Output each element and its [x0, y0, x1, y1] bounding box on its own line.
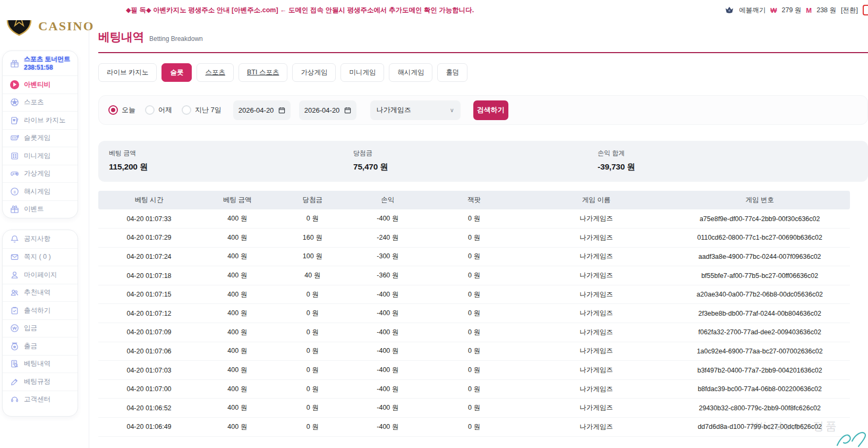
summary-label: 손익 합계: [598, 149, 857, 158]
cell-profit: -400 원: [350, 418, 426, 437]
sidebar-item-events[interactable]: 이벤트: [3, 200, 78, 218]
cell-profit: -400 원: [350, 285, 426, 304]
evolution-emblem-icon: [725, 6, 734, 14]
cell-time: 04-20 01:07:24: [98, 247, 200, 266]
col-bet-time: 베팅 시간: [98, 191, 200, 209]
sidebar-item-withdrawal[interactable]: 출금: [3, 337, 78, 355]
tab-mini-games[interactable]: 미니게임: [341, 63, 384, 82]
tab-virtual-games[interactable]: 가상게임: [292, 63, 336, 82]
cell-bet: 400 원: [200, 304, 275, 323]
tab-bti-sports[interactable]: BTI 스포츠: [239, 63, 287, 82]
gamepad-icon: [10, 169, 19, 179]
sidebar-item-sports-tournament[interactable]: 스포츠 토너먼트 238:51:58: [3, 51, 78, 75]
cell-jackpot: 0 원: [426, 304, 523, 323]
brand-line2: CASINO: [38, 20, 94, 32]
sidebar-games: 스포츠 토너먼트 238:51:58 아벤티비 스포츠 라이브 카지노 슬롯게임…: [2, 50, 78, 218]
sidebar-item-attendance[interactable]: 출석하기: [3, 301, 78, 319]
cell-profit: -400 원: [350, 399, 426, 418]
sidebar-label: 쪽지 ( 0 ): [24, 252, 51, 261]
sidebar-item-aventv[interactable]: 아벤티비: [3, 75, 78, 94]
cell-number: 2f3ebe8b-db00-77af-0244-00b804636c02: [669, 304, 850, 323]
tab-hash-games[interactable]: 해시게임: [389, 63, 432, 82]
sidebar-item-sports[interactable]: 스포츠: [3, 94, 78, 112]
sidebar-item-betting-history[interactable]: 베팅내역: [3, 355, 78, 373]
tab-sports[interactable]: 스포츠: [197, 63, 234, 82]
radio-yesterday[interactable]: 어제: [145, 105, 172, 115]
summary-value: 75,470 원: [353, 162, 598, 173]
provider-select[interactable]: 나가게임즈 ∨: [370, 100, 461, 120]
cutoff-button[interactable]: [863, 5, 868, 15]
col-game-name: 게임 이름: [523, 191, 669, 209]
sidebar-label: 추천내역: [24, 288, 50, 297]
sidebar-item-messages[interactable]: 쪽지 ( 0 ): [3, 248, 78, 266]
sidebar-item-customer-center[interactable]: 고객센터: [3, 391, 78, 409]
cell-bet: 400 원: [200, 418, 275, 437]
cell-profit: -400 원: [350, 342, 426, 361]
cell-bet: 400 원: [200, 399, 275, 418]
cell-game: 나가게임즈: [523, 266, 669, 285]
cell-time: 04-20 01:07:15: [98, 285, 200, 304]
convert-button[interactable]: [전환]: [841, 6, 858, 15]
sidebar-item-notices[interactable]: 공지사항: [3, 230, 78, 248]
m-symbol: M: [806, 6, 812, 14]
svg-text:8: 8: [13, 189, 15, 194]
col-bet-amount: 베팅 금액: [200, 191, 275, 209]
sidebar-item-mypage[interactable]: 마이페이지: [3, 266, 78, 284]
doc-search-icon: [10, 359, 19, 369]
tab-holdem[interactable]: 홀덤: [437, 63, 467, 82]
headset-icon: [10, 395, 19, 404]
cell-win: 0 원: [275, 399, 351, 418]
tab-live-casino[interactable]: 라이브 카지노: [98, 63, 157, 82]
calendar-icon[interactable]: [278, 107, 285, 114]
sidebar-label: 스포츠: [24, 98, 44, 107]
play-icon: [10, 80, 19, 89]
sidebar-item-deposit[interactable]: 입금: [3, 319, 78, 337]
cell-bet: 400 원: [200, 247, 275, 266]
cell-bet: 400 원: [200, 361, 275, 380]
sidebar-item-live-casino[interactable]: 라이브 카지노: [3, 111, 78, 129]
sidebar-item-mini-games[interactable]: 미니게임: [3, 147, 78, 165]
cell-win: 100 원: [275, 247, 351, 266]
cell-time: 04-20 01:07:33: [98, 209, 200, 229]
cell-game: 나가게임즈: [523, 323, 669, 342]
gift-icon: [10, 58, 19, 68]
calendar-icon[interactable]: [344, 107, 351, 114]
cell-bet: 400 원: [200, 209, 275, 229]
sidebar-label: 아벤티비: [24, 80, 50, 89]
cell-win: 0 원: [275, 304, 351, 323]
col-jackpot: 잭팟: [426, 191, 523, 209]
sidebar-label: 베팅내역: [24, 359, 50, 368]
bell-icon: [10, 234, 19, 244]
cell-bet: 400 원: [200, 285, 275, 304]
table-header-row: 베팅 시간 베팅 금액 당첨금 손익 잭팟 게임 이름 게임 번호: [98, 191, 850, 209]
content-divider: [89, 20, 89, 448]
date-to-input[interactable]: 2026-04-20: [299, 100, 356, 120]
sidebar-item-slot-games[interactable]: 슬롯게임: [3, 129, 78, 147]
users-icon: [10, 288, 19, 298]
search-button[interactable]: 검색하기: [473, 100, 508, 120]
sidebar-item-betting-rules[interactable]: 베팅규정: [3, 373, 78, 391]
summary-bar: 베팅 금액 115,200 원 당첨금 75,470 원 손익 합계 -39,7…: [98, 141, 868, 182]
date-from-input[interactable]: 2026-04-20: [233, 100, 291, 120]
cell-game: 나가게임즈: [523, 399, 669, 418]
sidebar-label: 라이브 카지노: [24, 116, 65, 125]
tab-slots[interactable]: 슬롯: [161, 63, 192, 82]
cell-time: 04-20 01:07:18: [98, 266, 200, 285]
sidebar-item-referrals[interactable]: 추천내역: [3, 284, 78, 302]
betting-table-wrap: 베팅 시간 베팅 금액 당첨금 손익 잭팟 게임 이름 게임 번호 04-20 …: [98, 191, 868, 437]
coin-icon: [10, 324, 19, 333]
sidebar-item-virtual-games[interactable]: 가상게임: [3, 165, 78, 183]
cell-jackpot: 0 원: [426, 285, 523, 304]
radio-last-7-days[interactable]: 지난 7일: [182, 105, 222, 115]
evolution-label[interactable]: 에볼깨기: [739, 6, 765, 15]
cell-bet: 400 원: [200, 379, 275, 399]
cell-win: 160 원: [275, 229, 351, 248]
cell-win: 0 원: [275, 379, 351, 399]
cell-profit: -400 원: [350, 209, 426, 229]
cell-game: 나가게임즈: [523, 285, 669, 304]
title-rule: [98, 52, 868, 53]
radio-today[interactable]: 오늘: [108, 105, 135, 115]
cell-bet: 400 원: [200, 229, 275, 248]
sidebar-label: 출석하기: [24, 306, 50, 315]
sidebar-item-hash-games[interactable]: 8 해시게임: [3, 182, 78, 200]
